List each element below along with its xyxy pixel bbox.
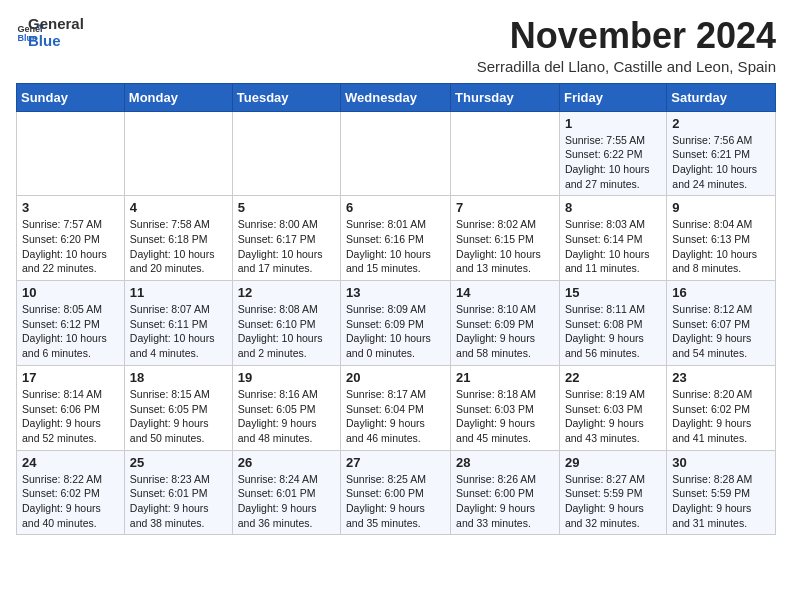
day-number: 16 bbox=[672, 285, 770, 300]
calendar-cell: 11Sunrise: 8:07 AMSunset: 6:11 PMDayligh… bbox=[124, 281, 232, 366]
day-number: 1 bbox=[565, 116, 661, 131]
day-number: 25 bbox=[130, 455, 227, 470]
weekday-header: Thursday bbox=[451, 83, 560, 111]
day-number: 24 bbox=[22, 455, 119, 470]
day-number: 26 bbox=[238, 455, 335, 470]
calendar-cell bbox=[17, 111, 125, 196]
day-info: Sunrise: 8:14 AMSunset: 6:06 PMDaylight:… bbox=[22, 387, 119, 446]
day-info: Sunrise: 8:02 AMSunset: 6:15 PMDaylight:… bbox=[456, 217, 554, 276]
day-info: Sunrise: 8:22 AMSunset: 6:02 PMDaylight:… bbox=[22, 472, 119, 531]
day-info: Sunrise: 8:05 AMSunset: 6:12 PMDaylight:… bbox=[22, 302, 119, 361]
calendar-week-row: 10Sunrise: 8:05 AMSunset: 6:12 PMDayligh… bbox=[17, 281, 776, 366]
day-info: Sunrise: 8:20 AMSunset: 6:02 PMDaylight:… bbox=[672, 387, 770, 446]
calendar-cell: 18Sunrise: 8:15 AMSunset: 6:05 PMDayligh… bbox=[124, 365, 232, 450]
day-info: Sunrise: 8:23 AMSunset: 6:01 PMDaylight:… bbox=[130, 472, 227, 531]
day-number: 11 bbox=[130, 285, 227, 300]
calendar-header: SundayMondayTuesdayWednesdayThursdayFrid… bbox=[17, 83, 776, 111]
calendar-cell: 8Sunrise: 8:03 AMSunset: 6:14 PMDaylight… bbox=[559, 196, 666, 281]
weekday-header: Sunday bbox=[17, 83, 125, 111]
calendar-cell: 24Sunrise: 8:22 AMSunset: 6:02 PMDayligh… bbox=[17, 450, 125, 535]
day-info: Sunrise: 8:27 AMSunset: 5:59 PMDaylight:… bbox=[565, 472, 661, 531]
day-number: 17 bbox=[22, 370, 119, 385]
calendar-cell: 21Sunrise: 8:18 AMSunset: 6:03 PMDayligh… bbox=[451, 365, 560, 450]
day-number: 27 bbox=[346, 455, 445, 470]
day-info: Sunrise: 8:17 AMSunset: 6:04 PMDaylight:… bbox=[346, 387, 445, 446]
day-info: Sunrise: 8:01 AMSunset: 6:16 PMDaylight:… bbox=[346, 217, 445, 276]
page-header: General Blue General Blue November 2024 … bbox=[16, 16, 776, 75]
calendar-table: SundayMondayTuesdayWednesdayThursdayFrid… bbox=[16, 83, 776, 536]
calendar-cell: 10Sunrise: 8:05 AMSunset: 6:12 PMDayligh… bbox=[17, 281, 125, 366]
day-info: Sunrise: 7:58 AMSunset: 6:18 PMDaylight:… bbox=[130, 217, 227, 276]
calendar-cell: 22Sunrise: 8:19 AMSunset: 6:03 PMDayligh… bbox=[559, 365, 666, 450]
day-number: 13 bbox=[346, 285, 445, 300]
calendar-cell bbox=[341, 111, 451, 196]
day-number: 28 bbox=[456, 455, 554, 470]
day-info: Sunrise: 8:04 AMSunset: 6:13 PMDaylight:… bbox=[672, 217, 770, 276]
day-number: 15 bbox=[565, 285, 661, 300]
day-info: Sunrise: 8:18 AMSunset: 6:03 PMDaylight:… bbox=[456, 387, 554, 446]
calendar-cell bbox=[451, 111, 560, 196]
day-info: Sunrise: 8:25 AMSunset: 6:00 PMDaylight:… bbox=[346, 472, 445, 531]
day-info: Sunrise: 8:28 AMSunset: 5:59 PMDaylight:… bbox=[672, 472, 770, 531]
day-info: Sunrise: 8:19 AMSunset: 6:03 PMDaylight:… bbox=[565, 387, 661, 446]
logo: General Blue General Blue bbox=[16, 16, 84, 49]
calendar-cell: 19Sunrise: 8:16 AMSunset: 6:05 PMDayligh… bbox=[232, 365, 340, 450]
calendar-cell: 9Sunrise: 8:04 AMSunset: 6:13 PMDaylight… bbox=[667, 196, 776, 281]
calendar-cell: 16Sunrise: 8:12 AMSunset: 6:07 PMDayligh… bbox=[667, 281, 776, 366]
day-info: Sunrise: 7:56 AMSunset: 6:21 PMDaylight:… bbox=[672, 133, 770, 192]
weekday-header: Tuesday bbox=[232, 83, 340, 111]
calendar-cell: 5Sunrise: 8:00 AMSunset: 6:17 PMDaylight… bbox=[232, 196, 340, 281]
day-number: 12 bbox=[238, 285, 335, 300]
day-number: 9 bbox=[672, 200, 770, 215]
day-info: Sunrise: 7:55 AMSunset: 6:22 PMDaylight:… bbox=[565, 133, 661, 192]
day-number: 10 bbox=[22, 285, 119, 300]
calendar-week-row: 24Sunrise: 8:22 AMSunset: 6:02 PMDayligh… bbox=[17, 450, 776, 535]
calendar-cell: 14Sunrise: 8:10 AMSunset: 6:09 PMDayligh… bbox=[451, 281, 560, 366]
calendar-cell bbox=[232, 111, 340, 196]
calendar-week-row: 17Sunrise: 8:14 AMSunset: 6:06 PMDayligh… bbox=[17, 365, 776, 450]
calendar-week-row: 3Sunrise: 7:57 AMSunset: 6:20 PMDaylight… bbox=[17, 196, 776, 281]
day-info: Sunrise: 8:03 AMSunset: 6:14 PMDaylight:… bbox=[565, 217, 661, 276]
calendar-cell: 12Sunrise: 8:08 AMSunset: 6:10 PMDayligh… bbox=[232, 281, 340, 366]
day-number: 20 bbox=[346, 370, 445, 385]
weekday-header: Saturday bbox=[667, 83, 776, 111]
calendar-cell: 6Sunrise: 8:01 AMSunset: 6:16 PMDaylight… bbox=[341, 196, 451, 281]
day-number: 8 bbox=[565, 200, 661, 215]
weekday-header: Wednesday bbox=[341, 83, 451, 111]
day-number: 19 bbox=[238, 370, 335, 385]
day-info: Sunrise: 7:57 AMSunset: 6:20 PMDaylight:… bbox=[22, 217, 119, 276]
day-info: Sunrise: 8:24 AMSunset: 6:01 PMDaylight:… bbox=[238, 472, 335, 531]
day-info: Sunrise: 8:00 AMSunset: 6:17 PMDaylight:… bbox=[238, 217, 335, 276]
day-number: 2 bbox=[672, 116, 770, 131]
calendar-body: 1Sunrise: 7:55 AMSunset: 6:22 PMDaylight… bbox=[17, 111, 776, 535]
calendar-cell: 20Sunrise: 8:17 AMSunset: 6:04 PMDayligh… bbox=[341, 365, 451, 450]
calendar-cell: 30Sunrise: 8:28 AMSunset: 5:59 PMDayligh… bbox=[667, 450, 776, 535]
calendar-cell bbox=[124, 111, 232, 196]
calendar-cell: 15Sunrise: 8:11 AMSunset: 6:08 PMDayligh… bbox=[559, 281, 666, 366]
calendar-cell: 3Sunrise: 7:57 AMSunset: 6:20 PMDaylight… bbox=[17, 196, 125, 281]
weekday-header: Friday bbox=[559, 83, 666, 111]
calendar-cell: 7Sunrise: 8:02 AMSunset: 6:15 PMDaylight… bbox=[451, 196, 560, 281]
calendar-cell: 4Sunrise: 7:58 AMSunset: 6:18 PMDaylight… bbox=[124, 196, 232, 281]
day-info: Sunrise: 8:07 AMSunset: 6:11 PMDaylight:… bbox=[130, 302, 227, 361]
calendar-cell: 29Sunrise: 8:27 AMSunset: 5:59 PMDayligh… bbox=[559, 450, 666, 535]
day-info: Sunrise: 8:10 AMSunset: 6:09 PMDaylight:… bbox=[456, 302, 554, 361]
day-number: 18 bbox=[130, 370, 227, 385]
calendar-cell: 23Sunrise: 8:20 AMSunset: 6:02 PMDayligh… bbox=[667, 365, 776, 450]
calendar-cell: 27Sunrise: 8:25 AMSunset: 6:00 PMDayligh… bbox=[341, 450, 451, 535]
day-info: Sunrise: 8:12 AMSunset: 6:07 PMDaylight:… bbox=[672, 302, 770, 361]
logo-general-text: General bbox=[28, 16, 84, 33]
day-info: Sunrise: 8:26 AMSunset: 6:00 PMDaylight:… bbox=[456, 472, 554, 531]
day-number: 30 bbox=[672, 455, 770, 470]
calendar-cell: 26Sunrise: 8:24 AMSunset: 6:01 PMDayligh… bbox=[232, 450, 340, 535]
weekday-header: Monday bbox=[124, 83, 232, 111]
day-number: 5 bbox=[238, 200, 335, 215]
title-block: November 2024 Serradilla del Llano, Cast… bbox=[477, 16, 776, 75]
calendar-cell: 25Sunrise: 8:23 AMSunset: 6:01 PMDayligh… bbox=[124, 450, 232, 535]
day-info: Sunrise: 8:16 AMSunset: 6:05 PMDaylight:… bbox=[238, 387, 335, 446]
day-number: 29 bbox=[565, 455, 661, 470]
calendar-cell: 2Sunrise: 7:56 AMSunset: 6:21 PMDaylight… bbox=[667, 111, 776, 196]
logo-blue-text: Blue bbox=[28, 33, 84, 50]
day-number: 7 bbox=[456, 200, 554, 215]
calendar-cell: 28Sunrise: 8:26 AMSunset: 6:00 PMDayligh… bbox=[451, 450, 560, 535]
